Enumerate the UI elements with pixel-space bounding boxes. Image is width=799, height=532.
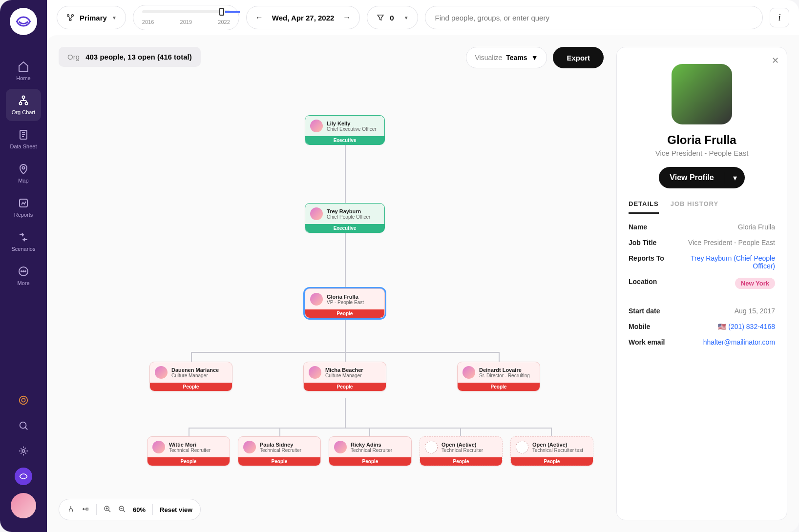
- org-node[interactable]: Ricky AdinsTechnical Recruiter People: [329, 436, 412, 466]
- location-badge: New York: [735, 278, 775, 289]
- timeline-year: 2019: [180, 19, 192, 25]
- profile-name: Gloria Frulla: [629, 133, 775, 147]
- zoom-in-button[interactable]: [104, 505, 111, 514]
- nav-scenarios[interactable]: Scenarios: [6, 225, 41, 258]
- app-logo[interactable]: [10, 8, 37, 35]
- sheet-icon: [18, 129, 29, 141]
- target-icon: [18, 395, 29, 406]
- node-title: Sr. Director - Recruiting: [479, 373, 530, 378]
- node-footer: People: [420, 457, 502, 466]
- user-avatar[interactable]: [11, 493, 36, 518]
- svg-point-9: [25, 271, 26, 272]
- nav-scenarios-label: Scenarios: [12, 246, 36, 252]
- avatar: [152, 441, 165, 453]
- timeline-handle[interactable]: [219, 8, 224, 16]
- avatar: [310, 120, 323, 132]
- view-profile-dropdown[interactable]: ▾: [725, 173, 745, 183]
- svg-point-12: [20, 422, 26, 429]
- org-node-cpo[interactable]: Trey Rayburn Chief People Officer Execut…: [305, 203, 385, 233]
- node-name: Paula Sidney: [260, 442, 301, 448]
- svg-point-4: [22, 167, 25, 169]
- svg-point-13: [22, 450, 25, 452]
- more-icon: [18, 266, 29, 277]
- nav-data-sheet-label: Data Sheet: [10, 143, 37, 149]
- detail-row-name: NameGloria Frulla: [629, 223, 775, 231]
- node-footer: People: [329, 457, 411, 466]
- node-footer: People: [305, 309, 384, 318]
- svg-point-2: [25, 102, 28, 105]
- search-icon: [18, 420, 29, 431]
- avatar: [334, 441, 347, 453]
- avatar: [243, 441, 256, 453]
- collapse-icon[interactable]: [82, 505, 89, 514]
- svg-point-10: [20, 396, 28, 405]
- org-node-vp[interactable]: Gloria Frulla VP - People East People + …: [305, 288, 385, 318]
- sidebar-target-button[interactable]: [15, 391, 32, 409]
- prev-date-button[interactable]: ←: [255, 13, 263, 22]
- node-name: Open (Active): [442, 442, 483, 448]
- node-footer: People: [511, 457, 593, 466]
- timeline-slider[interactable]: 2016 2019 2022: [133, 5, 239, 30]
- branch-icon: [66, 13, 75, 22]
- mobile-link[interactable]: 🇺🇸 (201) 832-4168: [718, 323, 775, 330]
- profile-panel: ✕ Gloria Frulla Vice President - People …: [616, 47, 787, 520]
- org-node-open[interactable]: Open (Active)Technical Recruiter test Pe…: [510, 436, 593, 466]
- reset-view-button[interactable]: Reset view: [160, 506, 192, 513]
- org-node[interactable]: Paula SidneyTechnical Recruiter People: [238, 436, 321, 466]
- sidebar-brand-button[interactable]: [15, 468, 32, 485]
- sidebar-search-button[interactable]: [15, 417, 32, 434]
- email-link[interactable]: hhalter@mailinator.com: [703, 338, 775, 346]
- nav-home[interactable]: Home: [6, 55, 41, 87]
- svg-rect-17: [86, 508, 88, 510]
- content-area: Org 403 people, 13 open (416 total) Visu…: [47, 35, 799, 532]
- node-name: Wittie Mori: [169, 442, 210, 448]
- nav-more[interactable]: More: [6, 260, 41, 292]
- avatar: [310, 207, 323, 220]
- nav-home-label: Home: [16, 75, 30, 81]
- node-name: Trey Rayburn: [327, 208, 370, 214]
- node-name: Micha Beacher: [325, 367, 363, 373]
- org-node-open[interactable]: Open (Active)Technical Recruiter People: [420, 436, 503, 466]
- next-date-button[interactable]: →: [343, 13, 351, 22]
- nav-data-sheet[interactable]: Data Sheet: [6, 123, 41, 155]
- search-input[interactable]: [425, 6, 763, 29]
- reports-to-link[interactable]: Trey Rayburn (Chief People Officer): [682, 254, 775, 270]
- caret-down-icon: ▼: [112, 15, 117, 20]
- zoom-out-button[interactable]: [118, 505, 126, 514]
- tab-job-history[interactable]: JOB HISTORY: [671, 200, 718, 214]
- info-button[interactable]: i: [770, 8, 789, 27]
- node-title: Chief Executive Officer: [327, 126, 377, 132]
- tab-details[interactable]: DETAILS: [629, 200, 659, 214]
- date-navigator[interactable]: ← Wed, Apr 27, 2022 →: [246, 6, 360, 29]
- node-name: Deinardt Lovaire: [479, 367, 530, 373]
- detail-row-location: LocationNew York: [629, 278, 775, 289]
- org-node[interactable]: Deinardt LovaireSr. Director - Recruitin…: [457, 362, 540, 391]
- view-profile-button[interactable]: View Profile ▾: [659, 167, 744, 188]
- filter-count: 0: [390, 14, 394, 22]
- org-node-ceo[interactable]: Lily Kelly Chief Executive Officer Execu…: [305, 115, 385, 145]
- node-footer: People: [458, 383, 540, 391]
- node-title: Chief People Officer: [327, 214, 370, 220]
- close-button[interactable]: ✕: [772, 55, 779, 66]
- node-title: Culture Manager: [171, 373, 219, 378]
- view-selector[interactable]: Primary ▼: [57, 6, 126, 29]
- org-chart-canvas[interactable]: Lily Kelly Chief Executive Officer Execu…: [47, 47, 613, 532]
- org-node[interactable]: Micha BeacherCulture Manager People: [303, 362, 386, 391]
- tree-icon[interactable]: [67, 505, 75, 514]
- org-node[interactable]: Wittie MoriTechnical Recruiter People: [147, 436, 230, 466]
- detail-row-start: Start dateAug 15, 2017: [629, 307, 775, 315]
- svg-point-7: [21, 271, 22, 272]
- org-node[interactable]: Dauenen MarianceCulture Manager People: [149, 362, 232, 391]
- svg-point-8: [23, 271, 24, 272]
- avatar: [309, 366, 321, 379]
- filter-button[interactable]: 0 ▼: [367, 6, 418, 29]
- node-title: Technical Recruiter: [351, 448, 392, 453]
- nav-map[interactable]: Map: [6, 157, 41, 189]
- node-footer: People: [147, 457, 230, 466]
- avatar-open: [516, 441, 528, 453]
- nav-reports[interactable]: Reports: [6, 191, 41, 224]
- sidebar-settings-button[interactable]: [15, 442, 32, 460]
- node-title: Culture Manager: [325, 373, 363, 378]
- svg-point-11: [21, 398, 25, 402]
- nav-org-chart[interactable]: Org Chart: [6, 89, 41, 121]
